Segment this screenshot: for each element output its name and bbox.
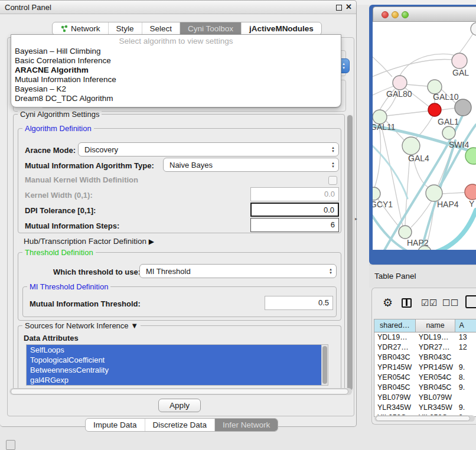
network-node[interactable] <box>455 99 471 116</box>
table-header-row: shared… name A <box>374 319 476 332</box>
manual-kernel-checkbox[interactable] <box>328 176 337 185</box>
mi-type-value: Naive Bayes <box>169 161 213 169</box>
data-attributes-list[interactable]: SelfLoopsTopologicalCoefficientBetweenne… <box>26 344 328 386</box>
attribute-item-selected[interactable]: gal4RGexp <box>27 375 322 385</box>
network-edge <box>387 111 428 116</box>
network-node-swi4[interactable] <box>442 126 455 139</box>
collapsed-panel-icon[interactable] <box>6 440 15 450</box>
panel-divider-arrow-icon[interactable]: ▸ <box>355 216 357 221</box>
unchecked-checkbox-icon[interactable]: ☐ <box>451 298 458 307</box>
table-cell: YBL079W <box>416 393 456 403</box>
table-row[interactable]: YER054CYER054C8. <box>374 373 476 383</box>
chevron-down-icon: ▼ <box>131 321 138 330</box>
checked-checkbox-icon[interactable]: ☑ <box>421 298 429 307</box>
network-node-gal[interactable] <box>452 53 467 69</box>
unchecked-checkbox-icon[interactable]: ☐ <box>442 298 450 307</box>
table-cell: 13 <box>456 332 476 343</box>
sources-title[interactable]: Sources for Network Inference ▼ <box>22 321 141 330</box>
attribute-item-selected[interactable]: BetweennessCentrality <box>27 365 322 375</box>
zoom-traffic-light-icon[interactable] <box>402 11 409 18</box>
network-edge <box>381 124 403 226</box>
dpi-tolerance-label: DPI Tolerance [0,1]: <box>25 206 96 215</box>
aracne-mode-label: Aracne Mode: <box>25 146 76 155</box>
algorithm-definition-title: Algorithm Definition <box>22 124 94 133</box>
file-icon[interactable] <box>465 295 476 308</box>
dropdown-item[interactable]: Mutual Information Inference <box>11 75 341 84</box>
stepper-icon: ▲▼ <box>329 268 332 275</box>
network-node-gal80[interactable] <box>393 76 407 90</box>
minimize-traffic-light-icon[interactable] <box>392 11 399 18</box>
control-panel-title: Control Panel <box>5 3 51 12</box>
attributes-vertical-scrollbar[interactable] <box>321 345 328 386</box>
table-row[interactable]: YDR27…YDR27…12 <box>374 343 476 353</box>
dropdown-item[interactable]: Bayesian – K2 <box>11 84 341 94</box>
attribute-item-selected[interactable]: TopologicalCoefficient <box>27 355 322 365</box>
table-cell <box>456 393 476 403</box>
table-row[interactable]: YPR145WYPR145W9. <box>374 363 476 373</box>
close-window-icon[interactable]: ✕ <box>345 4 353 11</box>
table-row[interactable]: YBR043CYBR043C <box>374 353 476 363</box>
close-traffic-light-icon[interactable] <box>382 11 389 18</box>
mi-threshold-field[interactable]: 0.5 <box>265 296 333 310</box>
table-row[interactable]: YBR045CYBR045C9. <box>374 383 476 393</box>
tab-infer-network[interactable]: Infer Network <box>215 419 278 431</box>
checked-checkbox-icon[interactable]: ☑ <box>429 298 437 307</box>
tab-label: Select <box>150 24 172 33</box>
mi-type-combo[interactable]: Naive Bayes ▲▼ <box>163 158 339 172</box>
chevron-right-icon: ▶ <box>149 237 154 246</box>
attributes-scrollbar-thumb[interactable] <box>322 346 327 384</box>
tab-select[interactable]: Select <box>142 22 181 35</box>
tab-style[interactable]: Style <box>109 22 142 35</box>
column-header-shared-name[interactable]: shared… <box>374 319 416 332</box>
dropdown-item[interactable]: Dream8 DC_TDC Algorithm <box>11 94 341 103</box>
table-horizontal-scrollbar[interactable] <box>374 415 475 422</box>
network-canvas[interactable]: GALGAL80GAL10GAL1GAL11SWI4GAL4GCY1HAP4YH… <box>373 22 476 250</box>
settings-hscrollbar-thumb[interactable] <box>11 389 348 394</box>
tab-label: Network <box>71 24 100 33</box>
gear-icon[interactable]: ⚙ <box>383 297 393 308</box>
tab-network[interactable]: Network <box>53 22 109 35</box>
table-row[interactable]: YDL19…YDL19…13 <box>374 332 476 343</box>
mi-steps-field[interactable]: 6 <box>250 218 339 232</box>
settings-horizontal-scrollbar[interactable] <box>9 388 352 395</box>
attribute-item-selected[interactable]: SelfLoops <box>27 345 322 355</box>
columns-icon[interactable] <box>402 298 412 308</box>
network-node-hap2[interactable] <box>399 226 412 239</box>
bottom-tabbar: Impute DataDiscretize DataInfer Network <box>85 418 278 432</box>
network-edge <box>374 124 381 188</box>
node-table[interactable]: shared… name A YDL19…YDL19…13YDR27…YDR27… <box>374 319 476 417</box>
aracne-mode-value: Discovery <box>84 145 118 154</box>
tab-impute-data[interactable]: Impute Data <box>86 419 145 431</box>
stepper-icon: ▲▼ <box>331 161 335 169</box>
dpi-tolerance-field[interactable]: 0.0 <box>250 203 339 217</box>
network-graph: GALGAL80GAL10GAL1GAL11SWI4GAL4GCY1HAP4YH… <box>373 22 476 250</box>
network-node-hap4[interactable] <box>426 185 442 201</box>
tab-discretize-data[interactable]: Discretize Data <box>145 419 216 431</box>
apply-button[interactable]: Apply <box>158 399 201 412</box>
table-cell <box>456 353 476 363</box>
aracne-mode-combo[interactable]: Discovery ▲▼ <box>78 142 339 156</box>
settings-vertical-scrollbar[interactable] <box>347 115 353 392</box>
network-node-gal1[interactable] <box>428 103 441 116</box>
tab-jactivemnodules[interactable]: jActiveMNodules <box>242 22 321 35</box>
table-hscrollbar-thumb[interactable] <box>376 416 470 421</box>
network-node-y[interactable] <box>465 184 476 200</box>
network-node-gcy1[interactable] <box>373 187 380 200</box>
column-header-name[interactable]: name <box>416 319 456 332</box>
tab-cyni-toolbox[interactable]: Cyni Toolbox <box>180 22 242 35</box>
network-icon <box>60 25 68 32</box>
dropdown-item[interactable]: Bayesian – Hill Climbing <box>11 47 341 56</box>
hub-definition-disclosure[interactable]: Hub/Transcription Factor Definition ▶ <box>24 237 154 246</box>
dropdown-item[interactable]: ARACNE Algorithm <box>11 66 341 75</box>
kernel-width-field[interactable]: 0.0 <box>250 187 339 201</box>
which-threshold-combo[interactable]: MI Threshold ▲▼ <box>139 264 337 278</box>
network-node-gal4[interactable] <box>402 137 420 155</box>
table-row[interactable]: YBL079WYBL079W <box>374 393 476 403</box>
float-window-icon[interactable] <box>336 5 342 11</box>
node-label: GAL4 <box>408 154 429 163</box>
dropdown-item[interactable]: Basic Correlation Inference <box>11 56 341 66</box>
table-row[interactable]: YLR345WYLR345W9. <box>374 403 476 413</box>
column-header-partial[interactable]: A <box>455 319 476 332</box>
network-node[interactable] <box>471 22 476 35</box>
settings-scrollbar-thumb[interactable] <box>347 115 353 390</box>
